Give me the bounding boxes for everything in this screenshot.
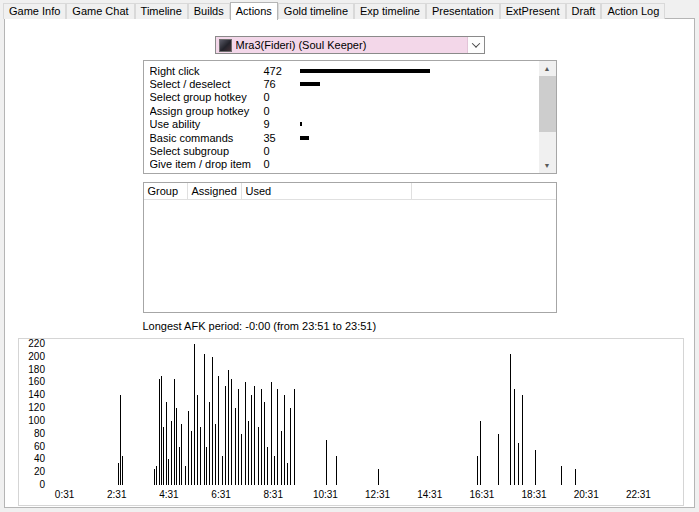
hero-portrait-icon — [219, 39, 232, 52]
apm-bar — [209, 402, 210, 485]
apm-bar — [251, 395, 252, 485]
apm-bar — [561, 466, 562, 485]
chart-x-axis: 0:312:314:316:318:3110:3112:3114:3116:31… — [51, 489, 677, 503]
apm-bar — [294, 389, 295, 485]
column-header-assigned[interactable]: Assigned — [188, 183, 242, 199]
afk-row: Longest AFK period: -0:00 (from 23:51 to… — [143, 320, 557, 333]
apm-bar — [163, 427, 164, 485]
actions-list-rows: Right click472Select / deselect76Select … — [144, 61, 539, 173]
tab-bar: Game InfoGame ChatTimelineBuildsActionsG… — [0, 0, 699, 19]
apm-bar — [480, 421, 481, 485]
x-axis-tick-label: 18:31 — [522, 489, 547, 501]
chevron-down-icon — [471, 39, 479, 47]
apm-bar — [218, 376, 219, 485]
groups-table: GroupAssignedUsed — [143, 182, 557, 313]
actions-list-row: Right click472Select / deselect76Select … — [5, 60, 694, 174]
afk-period-text: Longest AFK period: -0:00 (from 23:51 to… — [143, 320, 557, 333]
action-stat-bar — [300, 122, 302, 126]
action-stat-label: Use ability — [150, 118, 264, 130]
apm-bar — [188, 411, 189, 485]
apm-bar — [241, 434, 242, 485]
x-axis-tick-label: 6:31 — [211, 489, 230, 501]
apm-bar — [154, 469, 155, 485]
y-axis-tick-label: 160 — [28, 377, 45, 387]
action-stat-count: 0 — [264, 158, 300, 170]
y-axis-tick-label: 40 — [34, 454, 45, 464]
player-select-value: Mra3(Fideri) (Soul Keeper) — [236, 37, 467, 53]
column-header-group[interactable]: Group — [144, 183, 188, 199]
x-axis-tick-label: 12:31 — [365, 489, 390, 501]
x-axis-tick-label: 20:31 — [574, 489, 599, 501]
action-stat-bar — [300, 69, 430, 73]
apm-bar — [197, 395, 198, 485]
tab-gold-timeline[interactable]: Gold timeline — [278, 3, 354, 19]
action-stat-row[interactable]: Select / deselect76 — [144, 77, 539, 90]
action-stat-label: Basic commands — [150, 132, 264, 144]
apm-bar — [228, 370, 229, 485]
apm-bar — [215, 424, 216, 485]
apm-bar — [179, 447, 180, 485]
apm-bar — [204, 354, 205, 485]
apm-bar — [281, 431, 282, 485]
action-stat-count: 9 — [264, 118, 300, 130]
actions-tab-panel: Mra3(Fideri) (Soul Keeper) Right click47… — [4, 18, 695, 508]
tab-draft[interactable]: Draft — [566, 3, 602, 19]
apm-chart: 020406080100120140160180200220 0:312:314… — [18, 338, 684, 506]
replay-analyzer-window: Game InfoGame ChatTimelineBuildsActionsG… — [0, 0, 699, 512]
apm-bar — [290, 408, 291, 485]
y-axis-tick-label: 100 — [28, 416, 45, 426]
x-axis-tick-label: 8:31 — [263, 489, 282, 501]
apm-bar — [336, 456, 337, 485]
tab-game-chat[interactable]: Game Chat — [66, 3, 134, 19]
player-select-dropdown[interactable]: Mra3(Fideri) (Soul Keeper) — [215, 36, 485, 54]
apm-bar — [181, 424, 182, 485]
scroll-down-button[interactable]: ▼ — [539, 158, 556, 173]
action-stat-row[interactable]: Use ability9 — [144, 118, 539, 131]
scroll-up-button[interactable]: ▲ — [539, 61, 556, 76]
apm-bar — [284, 395, 285, 485]
tab-action-log[interactable]: Action Log — [601, 3, 665, 19]
action-stat-count: 0 — [264, 91, 300, 103]
action-stat-row[interactable]: Select subgroup0 — [144, 144, 539, 157]
action-stat-row[interactable]: Right click472 — [144, 64, 539, 77]
apm-bar — [245, 382, 246, 485]
x-axis-tick-label: 14:31 — [417, 489, 442, 501]
apm-bar — [212, 357, 213, 485]
apm-bar — [191, 431, 192, 485]
actions-list-scrollbar[interactable]: ▲ ▼ — [539, 61, 556, 173]
apm-bar — [271, 382, 272, 485]
action-stat-label: Right click — [150, 65, 264, 77]
tab-extpresent[interactable]: ExtPresent — [500, 3, 566, 19]
action-stat-row[interactable]: Give item / drop item0 — [144, 158, 539, 171]
action-stat-label: Select group hotkey — [150, 91, 264, 103]
x-axis-tick-label: 4:31 — [159, 489, 178, 501]
apm-bar — [194, 344, 195, 485]
apm-bar — [185, 466, 186, 485]
apm-bar — [168, 459, 169, 485]
y-axis-tick-label: 0 — [39, 480, 45, 490]
apm-bar — [514, 389, 515, 485]
y-axis-tick-label: 80 — [34, 429, 45, 439]
tab-exp-timeline[interactable]: Exp timeline — [354, 3, 426, 19]
apm-bar — [166, 402, 167, 485]
action-stat-row[interactable]: Assign group hotkey0 — [144, 104, 539, 117]
y-axis-tick-label: 180 — [28, 365, 45, 375]
y-axis-tick-label: 60 — [34, 442, 45, 452]
y-axis-tick-label: 20 — [34, 467, 45, 477]
apm-bar — [238, 389, 239, 485]
apm-bar — [264, 402, 265, 485]
column-header-used[interactable]: Used — [242, 183, 412, 199]
tab-game-info[interactable]: Game Info — [3, 3, 66, 19]
tab-timeline[interactable]: Timeline — [135, 3, 188, 19]
apm-bar — [535, 450, 536, 485]
action-stat-row[interactable]: Select group hotkey0 — [144, 91, 539, 104]
scrollbar-thumb[interactable] — [539, 76, 556, 132]
action-stat-label: Give item / drop item — [150, 158, 264, 170]
action-stat-row[interactable]: Basic commands35 — [144, 131, 539, 144]
tab-presentation[interactable]: Presentation — [426, 3, 500, 19]
tab-actions[interactable]: Actions — [230, 2, 278, 20]
tab-builds[interactable]: Builds — [188, 3, 230, 19]
apm-bar — [161, 376, 162, 485]
x-axis-tick-label: 22:31 — [626, 489, 651, 501]
dropdown-arrow-button[interactable] — [467, 37, 484, 53]
